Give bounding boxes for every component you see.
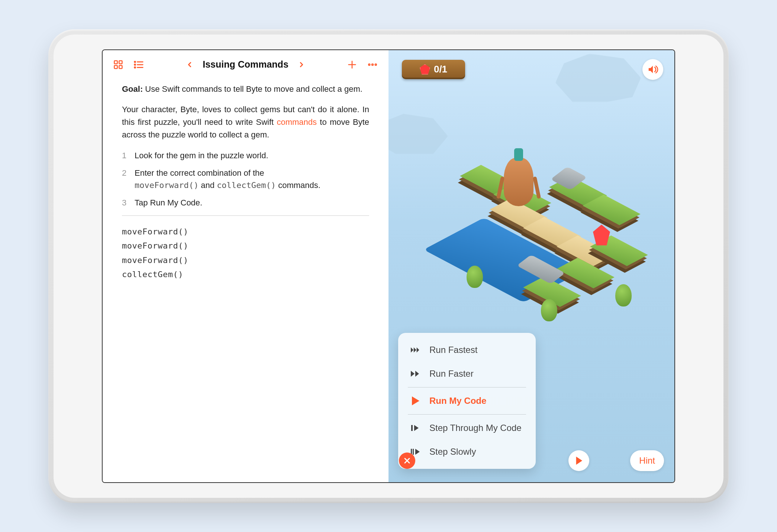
play-icon — [410, 396, 421, 405]
lesson-content: Goal: Use Swift commands to tell Byte to… — [103, 79, 388, 282]
bottom-controls: Hint — [388, 450, 674, 471]
svg-rect-0 — [115, 61, 117, 64]
menu-divider — [408, 387, 526, 387]
svg-marker-20 — [412, 396, 419, 405]
add-icon[interactable] — [347, 59, 357, 70]
run-item-label: Step Through My Code — [429, 423, 522, 433]
run-fastest-item[interactable]: Run Fastest — [400, 338, 534, 362]
code-line[interactable]: moveForward() — [122, 239, 369, 253]
editor-toolbar: Issuing Commands — [103, 50, 388, 79]
play-button[interactable] — [568, 450, 589, 471]
intro-paragraph: Your character, Byte, loves to collect g… — [122, 103, 369, 141]
fast-forward-3-icon — [410, 346, 421, 354]
fast-forward-icon — [410, 370, 421, 377]
step-1: 1 Look for the gem in the puzzle world. — [122, 149, 369, 162]
code-editor[interactable]: moveForward() moveForward() moveForward(… — [122, 225, 369, 282]
list-icon[interactable] — [133, 59, 144, 70]
steps-list: 1 Look for the gem in the puzzle world. … — [122, 149, 369, 209]
puzzle-world-pane[interactable]: 0/1 — [388, 50, 674, 482]
svg-rect-2 — [115, 65, 117, 68]
bush — [467, 266, 483, 288]
svg-rect-3 — [119, 65, 122, 68]
sound-button[interactable] — [642, 59, 663, 80]
prev-chevron-icon[interactable] — [186, 59, 194, 70]
svg-marker-18 — [411, 371, 415, 377]
svg-point-4 — [135, 61, 136, 62]
step-icon — [410, 424, 421, 432]
menu-divider — [408, 414, 526, 415]
ipad-frame: Issuing Commands Goal: Use Swift com — [48, 29, 729, 503]
svg-point-12 — [368, 64, 370, 65]
step-2: 2 Enter the correct combination of the m… — [122, 167, 369, 191]
svg-point-5 — [135, 64, 136, 65]
svg-point-14 — [375, 64, 377, 65]
byte-character — [504, 158, 537, 217]
divider — [122, 215, 369, 216]
svg-marker-15 — [411, 347, 413, 353]
step-3: 3 Tap Run My Code. — [122, 197, 369, 209]
goal-label: Goal: — [122, 84, 143, 94]
svg-point-6 — [135, 67, 136, 68]
svg-marker-28 — [576, 457, 583, 465]
svg-rect-1 — [119, 61, 122, 64]
svg-point-13 — [372, 64, 373, 65]
bush — [541, 299, 557, 321]
commands-link[interactable]: commands — [277, 117, 317, 127]
hint-label: Hint — [639, 455, 655, 466]
editor-pane: Issuing Commands Goal: Use Swift com — [103, 50, 388, 482]
code-line[interactable]: moveForward() — [122, 253, 369, 268]
run-item-label: Run My Code — [429, 396, 486, 406]
run-faster-item[interactable]: Run Faster — [400, 362, 534, 386]
goal-text: Use Swift commands to tell Byte to move … — [143, 84, 362, 94]
goal-paragraph: Goal: Use Swift commands to tell Byte to… — [122, 83, 369, 95]
close-button[interactable] — [399, 452, 415, 469]
lesson-title[interactable]: Issuing Commands — [203, 59, 288, 70]
gem-count-text: 0/1 — [434, 64, 447, 75]
run-item-label: Run Fastest — [429, 345, 477, 355]
code-line[interactable]: collectGem() — [122, 267, 369, 282]
bush — [615, 284, 632, 306]
svg-rect-21 — [411, 425, 413, 431]
next-chevron-icon[interactable] — [297, 59, 306, 70]
gem-icon — [420, 64, 430, 75]
hint-button[interactable]: Hint — [630, 450, 664, 471]
run-my-code-item[interactable]: Run My Code — [400, 389, 534, 413]
more-icon[interactable] — [367, 59, 378, 70]
run-menu: Run Fastest Run Faster Run My Code St — [398, 333, 536, 469]
svg-marker-16 — [414, 347, 416, 353]
svg-marker-17 — [417, 347, 419, 353]
app-screen: Issuing Commands Goal: Use Swift com — [102, 49, 675, 483]
code-line[interactable]: moveForward() — [122, 225, 369, 239]
run-item-label: Run Faster — [429, 369, 474, 379]
step-through-item[interactable]: Step Through My Code — [400, 416, 534, 440]
gem-counter: 0/1 — [402, 60, 465, 79]
grid-icon[interactable] — [113, 59, 123, 70]
svg-marker-22 — [414, 425, 419, 431]
cloud-decoration — [555, 54, 641, 102]
svg-marker-19 — [415, 371, 419, 377]
